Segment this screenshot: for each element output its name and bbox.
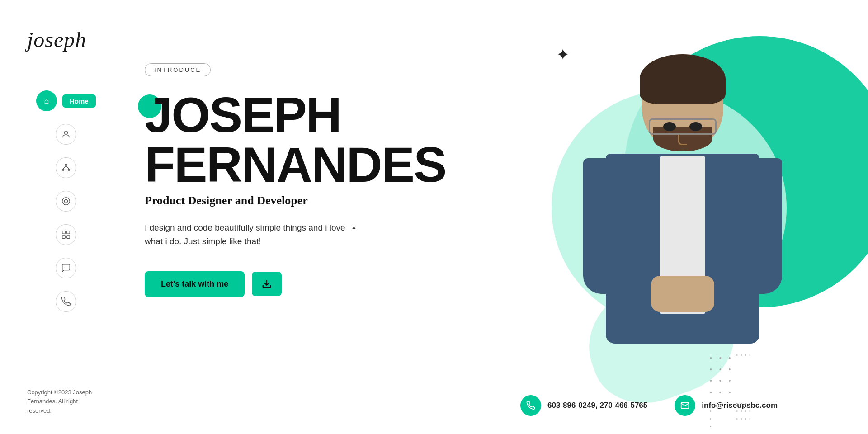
figure-glasses (649, 118, 717, 135)
contact-icon (56, 291, 76, 312)
about-icon (56, 124, 76, 145)
figure-wrapper (520, 14, 845, 411)
introduce-badge: INTRODUCE (145, 63, 211, 76)
svg-point-7 (64, 199, 67, 203)
svg-rect-11 (62, 236, 65, 238)
description-line1: I design and code beautifully simple thi… (145, 223, 345, 232)
last-name: FERNANDES (145, 137, 446, 192)
sidebar: ⌂ Home (36, 90, 96, 312)
download-button[interactable] (252, 272, 282, 296)
email-address: info@riseupsbc.com (702, 401, 778, 410)
sidebar-item-contact[interactable] (56, 291, 76, 312)
description-line2: what i do. Just simple like that! (145, 236, 261, 246)
svg-point-0 (64, 131, 67, 134)
svg-line-4 (63, 165, 66, 169)
phone-number: 603-896-0249, 270-466-5765 (547, 401, 647, 410)
logo-text: joseph (27, 28, 86, 52)
action-buttons: Let's talk with me (145, 271, 407, 297)
footer-contact: 603-896-0249, 270-466-5765 info@riseupsb… (520, 395, 778, 416)
sidebar-item-services[interactable] (56, 224, 76, 245)
sidebar-item-about[interactable] (56, 124, 76, 145)
figure-hands (651, 276, 714, 312)
sidebar-item-skills[interactable] (56, 157, 76, 178)
svg-point-8 (62, 198, 70, 205)
sidebar-item-testimonials[interactable] (56, 258, 76, 278)
svg-point-1 (65, 164, 67, 166)
logo: joseph (27, 27, 86, 52)
svg-rect-12 (67, 236, 70, 238)
testimonials-icon (56, 258, 76, 278)
description: I design and code beautifully simple thi… (145, 221, 371, 249)
svg-rect-9 (62, 231, 65, 234)
email-icon-circle (675, 395, 695, 416)
first-name: JOSEPH (145, 87, 341, 142)
portfolio-icon (56, 191, 76, 212)
svg-line-5 (66, 165, 69, 169)
description-row: I design and code beautifully simple thi… (145, 221, 371, 249)
name-block: JOSEPH FERNANDES (145, 90, 407, 189)
figure-nose (678, 133, 687, 145)
contact-email-item: info@riseupsbc.com (675, 395, 778, 416)
introduce-badge-text: INTRODUCE (154, 66, 201, 73)
person-photo (520, 14, 845, 411)
download-icon (262, 279, 272, 289)
subtitle: Product Designer and Developer (145, 194, 407, 208)
figure-face-features (644, 81, 721, 154)
description-text: I design and code beautifully simple thi… (145, 221, 357, 249)
sidebar-item-home[interactable]: ⌂ Home (36, 90, 96, 111)
phone-icon (526, 401, 535, 410)
sidebar-label-home: Home (62, 94, 96, 108)
contact-phone-item: 603-896-0249, 270-466-5765 (520, 395, 647, 416)
svg-rect-10 (67, 231, 70, 234)
phone-icon-circle (520, 395, 541, 416)
sidebar-item-portfolio[interactable] (56, 191, 76, 212)
figure-body (579, 59, 787, 411)
home-icon: ⌂ (36, 90, 57, 111)
main-content: INTRODUCE JOSEPH FERNANDES Product Desig… (145, 63, 407, 297)
talk-button[interactable]: Let's talk with me (145, 271, 245, 297)
skills-icon (56, 157, 76, 178)
copyright: Copyright ©2023 Joseph Fernandes. All ri… (27, 388, 99, 416)
email-icon (680, 401, 689, 410)
name-heading: JOSEPH FERNANDES (145, 90, 407, 189)
services-icon (56, 224, 76, 245)
sparkle-inline: ✦ (351, 225, 357, 232)
